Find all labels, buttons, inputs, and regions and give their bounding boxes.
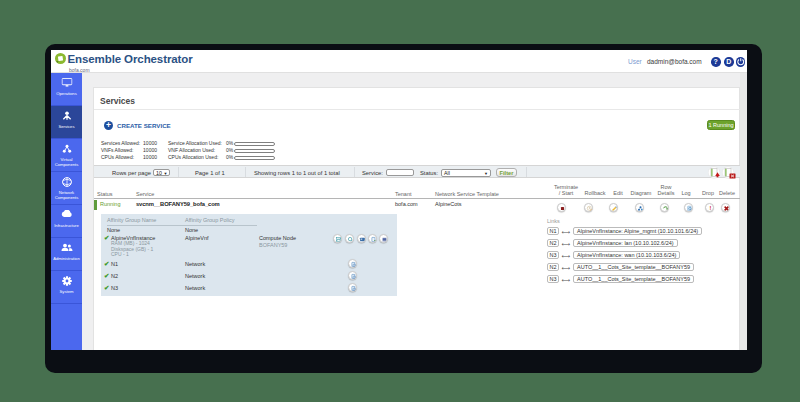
svg-text:!: !: [710, 205, 712, 211]
